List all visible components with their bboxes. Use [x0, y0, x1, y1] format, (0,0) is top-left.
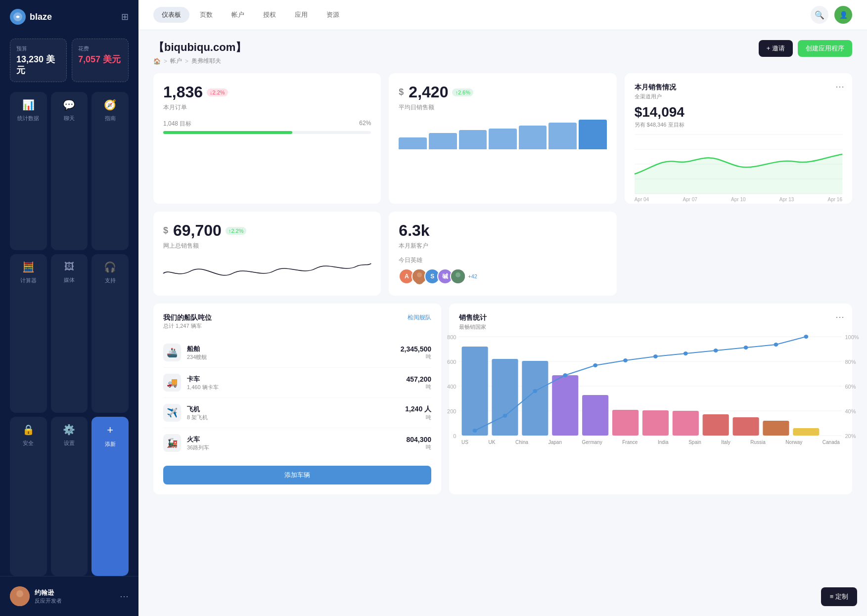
- tab-pages[interactable]: 页数: [191, 7, 221, 23]
- sidebar-item-calculator[interactable]: 🧮 计算器: [10, 254, 47, 412]
- ship-icon: 🚢: [163, 344, 181, 361]
- expense-card: 花费 7,057 美元: [72, 39, 129, 82]
- label-spain: Spain: [688, 440, 701, 445]
- user-name: 约翰逊: [35, 588, 62, 597]
- calculator-icon: 🧮: [22, 261, 35, 273]
- svg-point-31: [533, 389, 538, 393]
- train-icon: 🚂: [163, 434, 181, 452]
- heroes-label: 今日英雄: [399, 256, 606, 264]
- budget-label: 预算: [16, 45, 60, 52]
- add-vehicle-button[interactable]: 添加车辆: [163, 466, 431, 484]
- budget-card: 预算 13,230 美元: [10, 39, 67, 82]
- orders-card: 1,836 ↓2.2% 本月订单 1,048 目标 62%: [153, 73, 381, 204]
- progress-bar: [163, 131, 371, 134]
- svg-text:40%: 40%: [845, 409, 856, 414]
- chat-icon: 💬: [63, 99, 75, 111]
- label-germany: Germany: [582, 440, 602, 445]
- sidebar-item-label: 支持: [105, 277, 116, 284]
- logo-icon: [10, 9, 26, 25]
- view-fleet-link[interactable]: 检阅舰队: [408, 313, 431, 322]
- sidebar-item-add[interactable]: + 添新: [91, 417, 129, 576]
- sidebar-item-label: 添新: [105, 440, 116, 448]
- sidebar-item-chat[interactable]: 💬 聊天: [51, 92, 88, 250]
- create-app-button[interactable]: 创建应用程序: [798, 40, 852, 57]
- sidebar-item-label: 设置: [64, 440, 75, 447]
- bar-1: [399, 137, 427, 149]
- stats-row-2: $ 69,700 ↑2.2% 网上总销售额 6.3k 本月新客户: [153, 212, 852, 296]
- sidebar-item-settings[interactable]: ⚙️ 设置: [51, 417, 88, 576]
- user-avatar-button[interactable]: 👤: [834, 6, 852, 24]
- sidebar-item-guide[interactable]: 🧭 指南: [91, 92, 129, 250]
- total-sales-badge: ↑2.2%: [226, 227, 247, 235]
- main-content: 仪表板 页数 帐户 授权 应用 资源 🔍 👤 【biqubiqu.com】 🏠 …: [138, 0, 867, 616]
- top-nav: 仪表板 页数 帐户 授权 应用 资源 🔍 👤: [138, 0, 867, 30]
- fleet-title: 我们的船队吨位: [163, 313, 212, 322]
- hero-avatar-5: [450, 268, 466, 284]
- label-china: China: [515, 440, 528, 445]
- nav-grid: 📊 统计数据 💬 聊天 🧭 指南 🧮 计算器 🖼 媒体 🎧 支持 🔒 安全 ⚙: [0, 92, 138, 576]
- settings-icon[interactable]: ⊞: [121, 11, 129, 22]
- content-area: 【biqubiqu.com】 🏠 > 帐户 > 奥弗维耶夫 + 邀请 创建应用程…: [138, 30, 867, 616]
- monthly-sales-title: 本月销售情况: [635, 83, 842, 92]
- svg-point-29: [473, 429, 477, 433]
- page-title-section: 【biqubiqu.com】 🏠 > 帐户 > 奥弗维耶夫: [153, 40, 246, 65]
- new-customers-card: 6.3k 本月新客户 今日英雄 A S 碱 +: [389, 212, 616, 296]
- stats-icon: 📊: [22, 99, 35, 111]
- sidebar-item-stats[interactable]: 📊 统计数据: [10, 92, 47, 250]
- svg-point-2: [16, 590, 23, 597]
- logo-text: blaze: [30, 12, 52, 22]
- tab-apps[interactable]: 应用: [286, 7, 316, 23]
- tab-dashboard[interactable]: 仪表板: [153, 7, 189, 23]
- sales-chart-subtitle: 最畅销国家: [459, 323, 842, 331]
- monthly-sales-sub: 另有 $48,346 至目标: [635, 121, 842, 129]
- sidebar-item-label: 指南: [105, 115, 116, 122]
- fleet-info-truck: 卡车 1,460 辆卡车: [187, 375, 400, 391]
- bar-4: [489, 129, 517, 149]
- sidebar-item-media[interactable]: 🖼 媒体: [51, 254, 88, 412]
- invite-button[interactable]: + 邀请: [759, 40, 793, 57]
- row2-spacer: [625, 212, 852, 296]
- svg-text:0: 0: [453, 434, 456, 439]
- tab-account[interactable]: 帐户: [223, 7, 253, 23]
- budget-section: 预算 13,230 美元 花费 7,057 美元: [0, 34, 138, 92]
- sales-bar-card: ⋯ 销售统计 最畅销国家 800 600 400: [449, 304, 852, 494]
- label-uk: UK: [489, 440, 496, 445]
- bar-canada: [793, 428, 819, 436]
- bar-japan: [552, 375, 578, 436]
- bar-germany: [582, 395, 608, 436]
- security-icon: 🔒: [22, 424, 35, 436]
- bottom-row: 我们的船队吨位 总计 1,247 辆车 检阅舰队 🚢 船舶 234艘舰 2,34…: [153, 304, 852, 494]
- label-canada: Canada: [822, 440, 840, 445]
- label-us: US: [461, 440, 468, 445]
- progress-section: 1,048 目标 62%: [163, 120, 371, 134]
- sidebar-item-label: 计算器: [20, 277, 37, 284]
- fleet-value-ship: 2,345,500 吨: [401, 345, 431, 360]
- page-header: 【biqubiqu.com】 🏠 > 帐户 > 奥弗维耶夫 + 邀请 创建应用程…: [153, 40, 852, 65]
- add-icon: +: [107, 424, 113, 437]
- logo: blaze: [10, 9, 52, 25]
- progress-fill: [163, 131, 292, 134]
- label-italy: Italy: [721, 440, 730, 445]
- card-menu-icon[interactable]: ⋯: [835, 81, 844, 92]
- bar-italy: [703, 414, 729, 436]
- tab-resources[interactable]: 资源: [318, 7, 348, 23]
- fleet-header: 我们的船队吨位 总计 1,247 辆车 检阅舰队: [163, 313, 431, 330]
- sidebar: blaze ⊞ 预算 13,230 美元 花费 7,057 美元 📊 统计数据 …: [0, 0, 138, 616]
- bar-2: [429, 133, 457, 149]
- customize-button[interactable]: ≡ 定制: [821, 587, 857, 606]
- user-more-icon[interactable]: ⋯: [120, 591, 129, 602]
- fleet-value-plane: 1,240 人 吨: [405, 405, 431, 421]
- avg-sales-label: 平均日销售额: [399, 103, 606, 112]
- user-info: 约翰逊 反应开发者: [10, 586, 62, 606]
- sidebar-item-support[interactable]: 🎧 支持: [91, 254, 129, 412]
- search-button[interactable]: 🔍: [811, 6, 828, 24]
- total-sales-card: $ 69,700 ↑2.2% 网上总销售额: [153, 212, 381, 296]
- bar-3: [459, 130, 487, 149]
- avg-sales-badge: ↑2.6%: [452, 88, 473, 96]
- tab-auth[interactable]: 授权: [255, 7, 284, 23]
- sales-chart-menu-icon[interactable]: ⋯: [835, 311, 844, 322]
- more-count: +42: [468, 273, 477, 279]
- sidebar-item-security[interactable]: 🔒 安全: [10, 417, 47, 576]
- monthly-sales-chart: Apr 04 Apr 07 Apr 10 Apr 13 Apr 16: [635, 134, 842, 194]
- sales-bar-chart-area: 800 600 400 200 0 100% 80% 60% 40% 20%: [459, 337, 842, 445]
